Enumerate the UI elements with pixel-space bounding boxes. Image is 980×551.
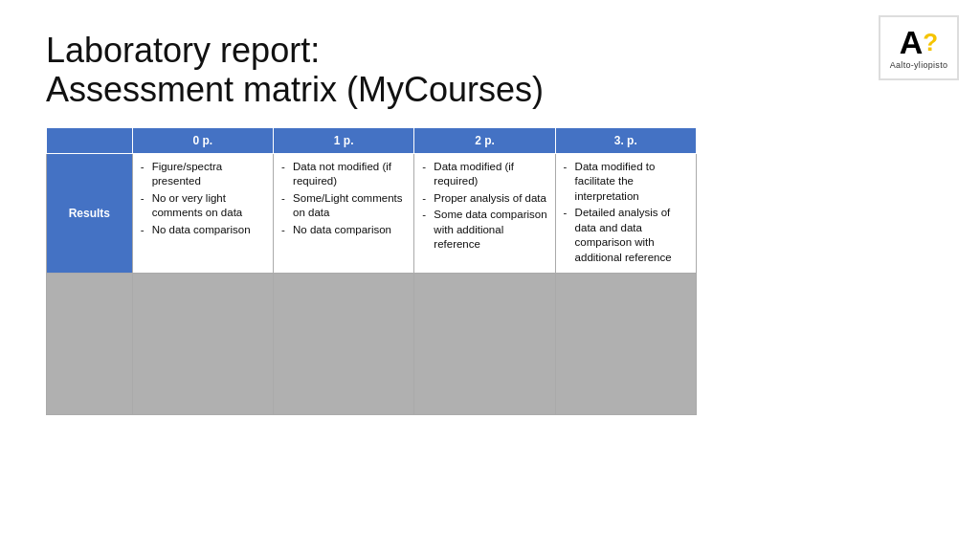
list-item: No data comparison [281,223,406,238]
list-item: Proper analysis of data [422,191,546,207]
gray-cell [555,274,696,415]
cell-0p-list: Figure/spectra presented No or very ligh… [141,160,265,238]
list-item: Figure/spectra presented [141,160,265,189]
table-row-empty [47,274,697,415]
gray-cell [414,274,555,415]
aalto-logo: A ? Aalto-yliopisto [877,13,961,82]
header-col2: 2 p. [414,127,555,153]
cell-2p-list: Data modified (if required) Proper analy… [422,160,546,253]
logo-question-mark: ? [923,30,938,55]
list-item: No data comparison [141,223,265,238]
cell-3p: Data modified to facilitate the interpre… [555,153,696,274]
matrix-table: 0 p. 1 p. 2 p. 3. p. Results Figure/spec… [46,127,697,416]
gray-cell [274,274,414,415]
list-item: No or very light comments on data [141,191,265,221]
header-col3: 3. p. [555,127,696,153]
cell-1p-list: Data not modified (if required) Some/Lig… [281,160,406,238]
gray-cell [47,274,133,415]
gray-cell [132,274,273,415]
page-title: Laboratory report: Assessment matrix (My… [46,31,934,110]
list-item: Detailed analysis of data and data compa… [564,206,688,265]
list-item: Data modified to facilitate the interpre… [564,160,688,205]
row-label-results: Results [47,153,133,274]
page: A ? Aalto-yliopisto Laboratory report: A… [0,0,980,551]
logo-subtitle: Aalto-yliopisto [890,60,948,70]
header-label [47,127,133,153]
table-row: Results Figure/spectra presented No or v… [47,153,697,274]
logo-letter-a: A [900,26,924,58]
header-col0: 0 p. [132,127,273,153]
list-item: Data not modified (if required) [281,160,406,189]
assessment-matrix: 0 p. 1 p. 2 p. 3. p. Results Figure/spec… [46,127,697,416]
header-col1: 1 p. [274,127,414,153]
cell-0p: Figure/spectra presented No or very ligh… [132,153,273,274]
list-item: Some/Light comments on data [281,191,406,221]
cell-1p: Data not modified (if required) Some/Lig… [274,153,414,274]
cell-3p-list: Data modified to facilitate the interpre… [564,160,688,266]
list-item: Some data comparison with additional ref… [422,208,546,253]
cell-2p: Data modified (if required) Proper analy… [414,153,555,274]
list-item: Data modified (if required) [422,160,546,189]
